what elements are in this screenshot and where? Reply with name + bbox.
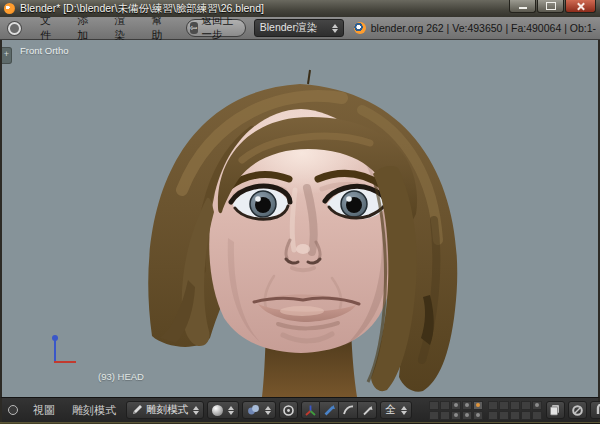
- editor-type-icon[interactable]: [8, 405, 18, 415]
- layer-cell[interactable]: [451, 411, 461, 420]
- proportional-edit-button[interactable]: [568, 401, 587, 419]
- ring-icon: [571, 404, 584, 417]
- dropdown-arrows-icon: [193, 406, 199, 415]
- view-menu[interactable]: 視圖: [26, 403, 62, 418]
- shading-select[interactable]: [207, 401, 239, 419]
- undo-step-button[interactable]: ⇦ 返回上一步: [186, 19, 246, 37]
- dropdown-arrows-icon: [332, 24, 338, 33]
- transform-extra-icon: [361, 404, 374, 417]
- scale-manipulator-button[interactable]: [339, 401, 358, 419]
- maximize-icon: [546, 2, 556, 10]
- translate-icon: [304, 404, 317, 417]
- layer-cell[interactable]: [499, 401, 509, 410]
- close-icon: [576, 2, 585, 11]
- brush-icon: [131, 404, 143, 416]
- pivot-select[interactable]: [242, 401, 276, 419]
- shading-sphere-icon: [212, 405, 223, 416]
- orientation-value: 全: [385, 403, 396, 417]
- axis-gizmo-icon: [48, 339, 78, 367]
- layer-cell[interactable]: [462, 401, 472, 410]
- orientation-select[interactable]: 全: [380, 401, 412, 419]
- layer-cell[interactable]: [521, 411, 531, 420]
- layer-cell[interactable]: [488, 411, 498, 420]
- layer-grid-2[interactable]: [488, 401, 542, 420]
- layer-cell[interactable]: [473, 411, 483, 420]
- snap-select[interactable]: [590, 401, 600, 419]
- dropdown-arrows-icon: [228, 406, 234, 415]
- layer-grid-1[interactable]: [429, 401, 483, 420]
- page-icon: [549, 404, 561, 416]
- scene-stats: blender.org 262 | Ve:493650 | Fa:490064 …: [371, 22, 596, 34]
- sculpt-menu[interactable]: 雕刻模式: [65, 403, 123, 418]
- blender-logo-icon: [4, 3, 15, 14]
- 3d-viewport[interactable]: Front Ortho +: [0, 40, 600, 397]
- menu-file[interactable]: 文件: [29, 13, 66, 43]
- minimize-button[interactable]: [509, 0, 536, 13]
- layer-cell[interactable]: [429, 411, 439, 420]
- menu-help[interactable]: 幫助: [140, 13, 177, 43]
- rotate-manipulator-button[interactable]: [320, 401, 339, 419]
- view-orientation-label: Front Ortho: [20, 45, 69, 56]
- manipulator-buttons: [301, 401, 377, 419]
- menu-add[interactable]: 添加: [66, 13, 103, 43]
- layer-cell[interactable]: [473, 401, 483, 410]
- back-arrow-icon: ⇦: [190, 22, 198, 34]
- close-button[interactable]: [565, 0, 596, 13]
- render-engine-value: Blender渲染: [260, 21, 330, 35]
- pivot-icon: [247, 404, 260, 416]
- layer-cell[interactable]: [440, 401, 450, 410]
- window-title: Blender* [D:\blender\未備份\練習\臉部練習\26.blen…: [20, 2, 264, 16]
- manipulator-toggle-icon: [282, 404, 295, 417]
- mode-select[interactable]: 雕刻模式: [126, 401, 204, 419]
- layer-cell[interactable]: [429, 401, 439, 410]
- layer-cell[interactable]: [462, 411, 472, 420]
- title-bar[interactable]: Blender* [D:\blender\未備份\練習\臉部練習\26.blen…: [0, 0, 600, 17]
- info-editor-icon[interactable]: [8, 22, 21, 35]
- status-bar: blender.org 262 | Ve:493650 | Fa:490064 …: [354, 22, 596, 34]
- undo-step-label: 返回上一步: [202, 14, 237, 42]
- active-object-label: (93) HEAD: [98, 371, 144, 382]
- layer-cell[interactable]: [510, 401, 520, 410]
- layer-cell[interactable]: [499, 411, 509, 420]
- layer-cell[interactable]: [510, 411, 520, 420]
- translate-manipulator-button[interactable]: [301, 401, 320, 419]
- layer-cell[interactable]: [521, 401, 531, 410]
- blender-window: Blender* [D:\blender\未備份\練習\臉部練習\26.blen…: [0, 0, 600, 424]
- dropdown-arrows-icon: [265, 406, 271, 415]
- dropdown-arrows-icon: [401, 406, 407, 415]
- scale-icon: [342, 404, 355, 417]
- menu-render[interactable]: 渲染: [103, 13, 140, 43]
- rotate-icon: [323, 404, 336, 417]
- viewport-header: 視圖 雕刻模式 雕刻模式: [0, 397, 600, 422]
- manipulator-toggle[interactable]: [279, 401, 298, 419]
- minimize-icon: [519, 7, 527, 9]
- layer-cell[interactable]: [451, 401, 461, 410]
- layer-cell[interactable]: [532, 401, 542, 410]
- magnet-icon: [595, 404, 600, 416]
- layer-cell[interactable]: [488, 401, 498, 410]
- info-header: 文件 添加 渲染 幫助 ⇦ 返回上一步 Blender渲染 blender.or…: [0, 17, 600, 40]
- mode-value: 雕刻模式: [146, 403, 188, 417]
- sculpted-head-model: [2, 40, 598, 397]
- lock-to-scene-button[interactable]: [546, 401, 565, 419]
- render-engine-select[interactable]: Blender渲染: [254, 19, 344, 37]
- window-controls: [509, 0, 596, 13]
- maximize-button[interactable]: [537, 0, 564, 13]
- region-expand-tab[interactable]: +: [2, 47, 12, 64]
- blender-logo-icon: [354, 22, 366, 34]
- transform-extra-button[interactable]: [358, 401, 377, 419]
- layer-cell[interactable]: [440, 411, 450, 420]
- layer-cell[interactable]: [532, 411, 542, 420]
